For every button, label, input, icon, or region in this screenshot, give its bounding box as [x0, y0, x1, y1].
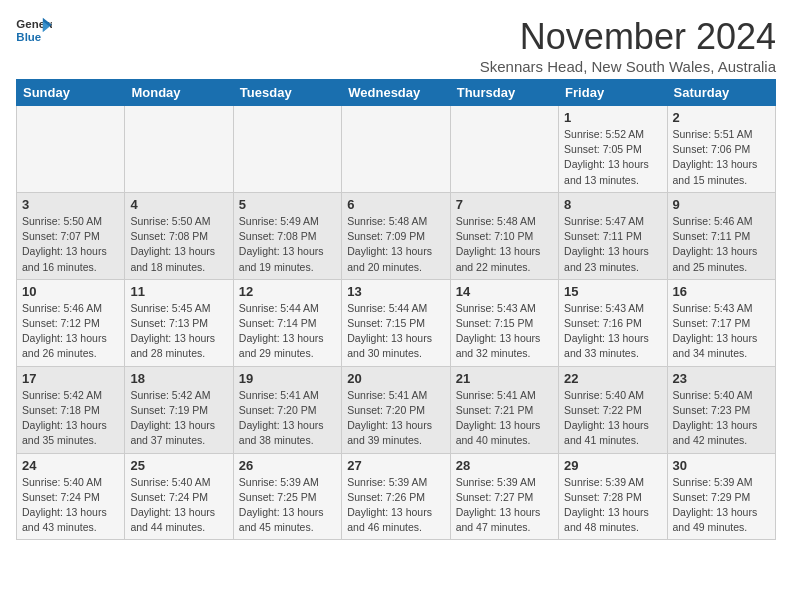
day-info: Sunrise: 5:48 AM Sunset: 7:09 PM Dayligh… [347, 214, 444, 275]
calendar-cell: 19Sunrise: 5:41 AM Sunset: 7:20 PM Dayli… [233, 366, 341, 453]
col-header-friday: Friday [559, 80, 667, 106]
day-info: Sunrise: 5:43 AM Sunset: 7:15 PM Dayligh… [456, 301, 553, 362]
page-header: General Blue November 2024 Skennars Head… [16, 16, 776, 75]
calendar-cell [233, 106, 341, 193]
day-info: Sunrise: 5:51 AM Sunset: 7:06 PM Dayligh… [673, 127, 770, 188]
week-row-3: 10Sunrise: 5:46 AM Sunset: 7:12 PM Dayli… [17, 279, 776, 366]
week-row-5: 24Sunrise: 5:40 AM Sunset: 7:24 PM Dayli… [17, 453, 776, 540]
calendar-cell: 22Sunrise: 5:40 AM Sunset: 7:22 PM Dayli… [559, 366, 667, 453]
day-number: 26 [239, 458, 336, 473]
day-info: Sunrise: 5:44 AM Sunset: 7:14 PM Dayligh… [239, 301, 336, 362]
day-number: 15 [564, 284, 661, 299]
day-number: 8 [564, 197, 661, 212]
col-header-thursday: Thursday [450, 80, 558, 106]
day-number: 29 [564, 458, 661, 473]
calendar-cell: 13Sunrise: 5:44 AM Sunset: 7:15 PM Dayli… [342, 279, 450, 366]
day-number: 30 [673, 458, 770, 473]
day-info: Sunrise: 5:44 AM Sunset: 7:15 PM Dayligh… [347, 301, 444, 362]
calendar-cell: 15Sunrise: 5:43 AM Sunset: 7:16 PM Dayli… [559, 279, 667, 366]
calendar-cell: 20Sunrise: 5:41 AM Sunset: 7:20 PM Dayli… [342, 366, 450, 453]
day-number: 11 [130, 284, 227, 299]
day-number: 23 [673, 371, 770, 386]
day-info: Sunrise: 5:49 AM Sunset: 7:08 PM Dayligh… [239, 214, 336, 275]
day-info: Sunrise: 5:41 AM Sunset: 7:20 PM Dayligh… [347, 388, 444, 449]
title-block: November 2024 Skennars Head, New South W… [480, 16, 776, 75]
logo-icon: General Blue [16, 16, 52, 46]
calendar-cell: 18Sunrise: 5:42 AM Sunset: 7:19 PM Dayli… [125, 366, 233, 453]
day-number: 4 [130, 197, 227, 212]
calendar-cell: 6Sunrise: 5:48 AM Sunset: 7:09 PM Daylig… [342, 192, 450, 279]
day-info: Sunrise: 5:43 AM Sunset: 7:17 PM Dayligh… [673, 301, 770, 362]
calendar-cell: 2Sunrise: 5:51 AM Sunset: 7:06 PM Daylig… [667, 106, 775, 193]
day-number: 27 [347, 458, 444, 473]
day-number: 28 [456, 458, 553, 473]
location-subtitle: Skennars Head, New South Wales, Australi… [480, 58, 776, 75]
day-number: 1 [564, 110, 661, 125]
calendar-cell: 16Sunrise: 5:43 AM Sunset: 7:17 PM Dayli… [667, 279, 775, 366]
calendar-cell: 25Sunrise: 5:40 AM Sunset: 7:24 PM Dayli… [125, 453, 233, 540]
day-number: 7 [456, 197, 553, 212]
day-info: Sunrise: 5:50 AM Sunset: 7:08 PM Dayligh… [130, 214, 227, 275]
calendar-table: SundayMondayTuesdayWednesdayThursdayFrid… [16, 79, 776, 540]
day-number: 25 [130, 458, 227, 473]
day-info: Sunrise: 5:46 AM Sunset: 7:12 PM Dayligh… [22, 301, 119, 362]
col-header-sunday: Sunday [17, 80, 125, 106]
day-info: Sunrise: 5:42 AM Sunset: 7:18 PM Dayligh… [22, 388, 119, 449]
day-info: Sunrise: 5:42 AM Sunset: 7:19 PM Dayligh… [130, 388, 227, 449]
day-info: Sunrise: 5:48 AM Sunset: 7:10 PM Dayligh… [456, 214, 553, 275]
day-info: Sunrise: 5:39 AM Sunset: 7:29 PM Dayligh… [673, 475, 770, 536]
calendar-cell [125, 106, 233, 193]
day-number: 16 [673, 284, 770, 299]
day-number: 20 [347, 371, 444, 386]
day-info: Sunrise: 5:46 AM Sunset: 7:11 PM Dayligh… [673, 214, 770, 275]
calendar-cell: 10Sunrise: 5:46 AM Sunset: 7:12 PM Dayli… [17, 279, 125, 366]
day-info: Sunrise: 5:39 AM Sunset: 7:27 PM Dayligh… [456, 475, 553, 536]
calendar-cell: 9Sunrise: 5:46 AM Sunset: 7:11 PM Daylig… [667, 192, 775, 279]
calendar-cell: 26Sunrise: 5:39 AM Sunset: 7:25 PM Dayli… [233, 453, 341, 540]
day-info: Sunrise: 5:41 AM Sunset: 7:20 PM Dayligh… [239, 388, 336, 449]
calendar-cell: 28Sunrise: 5:39 AM Sunset: 7:27 PM Dayli… [450, 453, 558, 540]
week-row-1: 1Sunrise: 5:52 AM Sunset: 7:05 PM Daylig… [17, 106, 776, 193]
day-info: Sunrise: 5:40 AM Sunset: 7:24 PM Dayligh… [130, 475, 227, 536]
calendar-cell: 5Sunrise: 5:49 AM Sunset: 7:08 PM Daylig… [233, 192, 341, 279]
calendar-cell: 11Sunrise: 5:45 AM Sunset: 7:13 PM Dayli… [125, 279, 233, 366]
day-info: Sunrise: 5:45 AM Sunset: 7:13 PM Dayligh… [130, 301, 227, 362]
day-info: Sunrise: 5:41 AM Sunset: 7:21 PM Dayligh… [456, 388, 553, 449]
month-title: November 2024 [480, 16, 776, 58]
day-number: 6 [347, 197, 444, 212]
day-info: Sunrise: 5:43 AM Sunset: 7:16 PM Dayligh… [564, 301, 661, 362]
day-info: Sunrise: 5:40 AM Sunset: 7:22 PM Dayligh… [564, 388, 661, 449]
calendar-cell [450, 106, 558, 193]
calendar-cell: 12Sunrise: 5:44 AM Sunset: 7:14 PM Dayli… [233, 279, 341, 366]
day-number: 19 [239, 371, 336, 386]
day-number: 10 [22, 284, 119, 299]
col-header-wednesday: Wednesday [342, 80, 450, 106]
calendar-cell: 1Sunrise: 5:52 AM Sunset: 7:05 PM Daylig… [559, 106, 667, 193]
header-row: SundayMondayTuesdayWednesdayThursdayFrid… [17, 80, 776, 106]
calendar-cell: 30Sunrise: 5:39 AM Sunset: 7:29 PM Dayli… [667, 453, 775, 540]
calendar-cell: 8Sunrise: 5:47 AM Sunset: 7:11 PM Daylig… [559, 192, 667, 279]
week-row-2: 3Sunrise: 5:50 AM Sunset: 7:07 PM Daylig… [17, 192, 776, 279]
calendar-cell: 24Sunrise: 5:40 AM Sunset: 7:24 PM Dayli… [17, 453, 125, 540]
calendar-cell: 3Sunrise: 5:50 AM Sunset: 7:07 PM Daylig… [17, 192, 125, 279]
day-number: 18 [130, 371, 227, 386]
day-number: 17 [22, 371, 119, 386]
calendar-cell: 23Sunrise: 5:40 AM Sunset: 7:23 PM Dayli… [667, 366, 775, 453]
day-info: Sunrise: 5:39 AM Sunset: 7:28 PM Dayligh… [564, 475, 661, 536]
svg-text:Blue: Blue [16, 31, 41, 43]
day-number: 22 [564, 371, 661, 386]
day-number: 5 [239, 197, 336, 212]
calendar-cell: 29Sunrise: 5:39 AM Sunset: 7:28 PM Dayli… [559, 453, 667, 540]
day-number: 12 [239, 284, 336, 299]
calendar-cell: 27Sunrise: 5:39 AM Sunset: 7:26 PM Dayli… [342, 453, 450, 540]
day-number: 9 [673, 197, 770, 212]
day-info: Sunrise: 5:47 AM Sunset: 7:11 PM Dayligh… [564, 214, 661, 275]
day-number: 14 [456, 284, 553, 299]
col-header-monday: Monday [125, 80, 233, 106]
day-info: Sunrise: 5:40 AM Sunset: 7:23 PM Dayligh… [673, 388, 770, 449]
day-info: Sunrise: 5:52 AM Sunset: 7:05 PM Dayligh… [564, 127, 661, 188]
calendar-cell: 21Sunrise: 5:41 AM Sunset: 7:21 PM Dayli… [450, 366, 558, 453]
calendar-cell [17, 106, 125, 193]
day-info: Sunrise: 5:40 AM Sunset: 7:24 PM Dayligh… [22, 475, 119, 536]
day-number: 3 [22, 197, 119, 212]
